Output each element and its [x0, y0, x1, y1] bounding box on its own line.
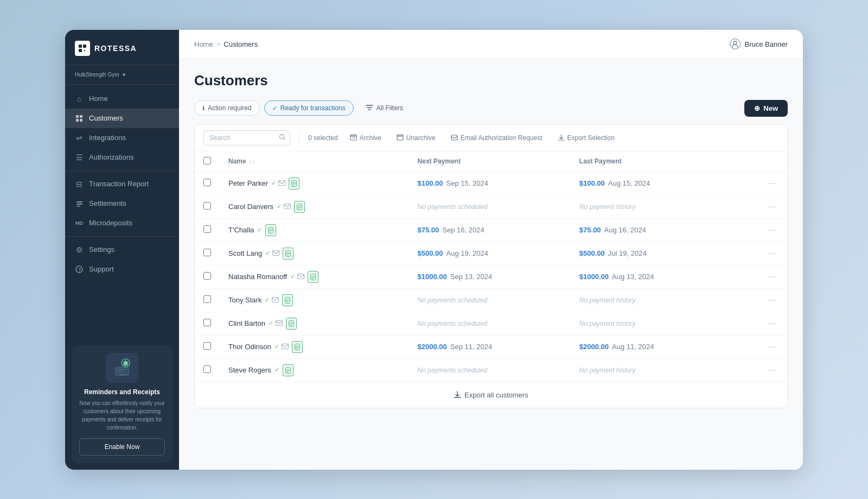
sidebar-item-transaction-report[interactable]: ⊟ Transaction Report [65, 174, 179, 194]
row-checkbox[interactable] [203, 342, 211, 350]
select-all-checkbox[interactable] [203, 157, 211, 165]
email-linked-icon [297, 274, 304, 280]
sidebar-item-integrations[interactable]: ⇌ Integrations [65, 128, 179, 148]
promo-description: Now you can effortlessly notify your cus… [79, 399, 165, 432]
export-selection-button[interactable]: Export Selection [554, 132, 618, 144]
unarchive-button[interactable]: Unarchive [393, 132, 439, 144]
customer-name-text[interactable]: Natasha Romanoff [228, 273, 287, 281]
document-icon[interactable] [286, 318, 297, 330]
customer-name-text[interactable]: Peter Parker [228, 179, 268, 187]
row-actions-cell: ··· [732, 172, 787, 195]
row-more-button[interactable]: ··· [765, 294, 778, 306]
last-payment-date: Aug 16, 2024 [604, 226, 646, 234]
archive-icon [350, 134, 357, 141]
customer-name-text[interactable]: Steve Rogers [228, 366, 271, 374]
row-checkbox[interactable] [203, 365, 211, 373]
sidebar-logo: ROTESSA [65, 30, 179, 65]
sidebar-item-authorizations[interactable]: ☰ Authorizations [65, 148, 179, 167]
verified-icon: ✓ [269, 320, 273, 327]
customer-name-text[interactable]: Thor Odinson [228, 343, 271, 351]
document-icon[interactable] [292, 341, 303, 353]
next-payment-amount: $100.00 [418, 179, 443, 187]
document-icon[interactable] [283, 364, 293, 376]
gym-selector[interactable]: HulkStrength Gym ▾ [65, 65, 179, 85]
action-required-filter[interactable]: ℹ Action required [194, 100, 260, 116]
email-linked-icon [278, 180, 285, 187]
home-icon: ⌂ [75, 94, 84, 103]
sidebar-item-customers[interactable]: Customers [65, 109, 179, 128]
row-more-button[interactable]: ··· [765, 224, 778, 236]
sidebar-item-home[interactable]: ⌂ Home [65, 89, 179, 109]
sidebar-item-settings[interactable]: ⚙ Settings [65, 240, 179, 260]
row-checkbox[interactable] [203, 295, 211, 303]
row-more-button[interactable]: ··· [765, 318, 778, 330]
row-more-button[interactable]: ··· [765, 178, 778, 190]
document-icon[interactable] [289, 178, 299, 190]
archive-button[interactable]: Archive [347, 132, 385, 144]
svg-rect-5 [80, 115, 82, 118]
row-checkbox-cell [195, 312, 220, 335]
row-checkbox[interactable] [203, 249, 211, 256]
customer-icons: ✓ [290, 273, 304, 280]
no-last-payment: No payment history [579, 296, 635, 304]
row-checkbox[interactable] [203, 272, 211, 280]
export-all-button[interactable]: Export all customers [454, 391, 528, 399]
table-action-bar: 0 selected Archive [195, 125, 787, 151]
sidebar-item-support[interactable]: ? Support [65, 260, 179, 279]
nav-divider-2 [65, 236, 179, 237]
sidebar-item-settlements[interactable]: Settlements [65, 194, 179, 213]
enable-now-button[interactable]: Enable Now [79, 438, 165, 456]
row-more-button[interactable]: ··· [765, 248, 778, 260]
customer-name-text[interactable]: Scott Lang [228, 249, 262, 257]
customer-name-cell: T'Challa ✓ [220, 218, 409, 242]
row-more-button[interactable]: ··· [765, 364, 778, 376]
svg-rect-3 [84, 50, 85, 51]
customers-table: Name ↑↓ Next Payment Last Payment [195, 151, 787, 382]
row-more-button[interactable]: ··· [765, 341, 778, 353]
sidebar-item-microdeposits[interactable]: MD Microdeposits [65, 213, 179, 233]
document-icon[interactable] [294, 201, 305, 213]
sidebar-item-label: Authorizations [89, 153, 133, 161]
customer-name-text[interactable]: Carol Danvers [228, 203, 273, 211]
customer-icons: ✓ [265, 250, 279, 257]
row-checkbox[interactable] [203, 319, 211, 326]
new-customer-button[interactable]: ⊕ New [744, 100, 788, 117]
email-auth-button[interactable]: Email Authorization Request [448, 132, 546, 144]
integrations-icon: ⇌ [75, 134, 84, 142]
sidebar-nav: ⌂ Home Customers ⇌ Integrations [65, 85, 179, 339]
search-input[interactable] [203, 130, 290, 146]
last-payment-cell: $100.00Aug 15, 2024 [571, 172, 732, 195]
document-icon[interactable] [282, 294, 293, 306]
all-filters-button[interactable]: All Filters [358, 100, 411, 116]
customer-name-cell: Thor Odinson ✓ [220, 335, 409, 358]
sidebar-item-label: Settings [89, 245, 114, 254]
sidebar-item-label: Microdeposits [89, 219, 132, 227]
ready-for-transactions-filter[interactable]: ✓ Ready for transactions [264, 100, 354, 116]
customer-name-cell: Peter Parker ✓ [220, 172, 409, 195]
customer-name-text[interactable]: Tony Stark [228, 296, 261, 304]
next-payment-date: Aug 19, 2024 [446, 249, 488, 257]
last-payment-header: Last Payment [571, 151, 732, 172]
customers-icon [75, 114, 84, 123]
verified-icon: ✓ [290, 273, 295, 280]
svg-rect-39 [289, 320, 293, 326]
breadcrumb-home[interactable]: Home [194, 40, 213, 48]
table-row: Steve Rogers ✓ No payments scheduled [195, 358, 787, 382]
customer-name-text[interactable]: Clint Barton [228, 319, 265, 327]
document-icon[interactable] [265, 224, 276, 236]
last-payment-cell: No payment history [571, 312, 732, 335]
row-checkbox[interactable] [203, 202, 211, 210]
document-icon[interactable] [283, 248, 293, 260]
document-icon[interactable] [308, 271, 318, 283]
table-row: Carol Danvers ✓ [195, 195, 787, 218]
row-checkbox-cell [195, 242, 220, 265]
search-icon-button[interactable] [279, 134, 286, 142]
row-more-button[interactable]: ··· [765, 201, 778, 213]
row-more-button[interactable]: ··· [765, 271, 778, 283]
next-payment-cell: No payments scheduled [409, 312, 571, 335]
row-checkbox[interactable] [203, 179, 211, 186]
user-menu[interactable]: Bruce Banner [730, 39, 788, 49]
row-checkbox[interactable] [203, 225, 211, 233]
next-payment-date: Sep 13, 2024 [450, 273, 492, 281]
customer-name-text[interactable]: T'Challa [228, 226, 254, 234]
